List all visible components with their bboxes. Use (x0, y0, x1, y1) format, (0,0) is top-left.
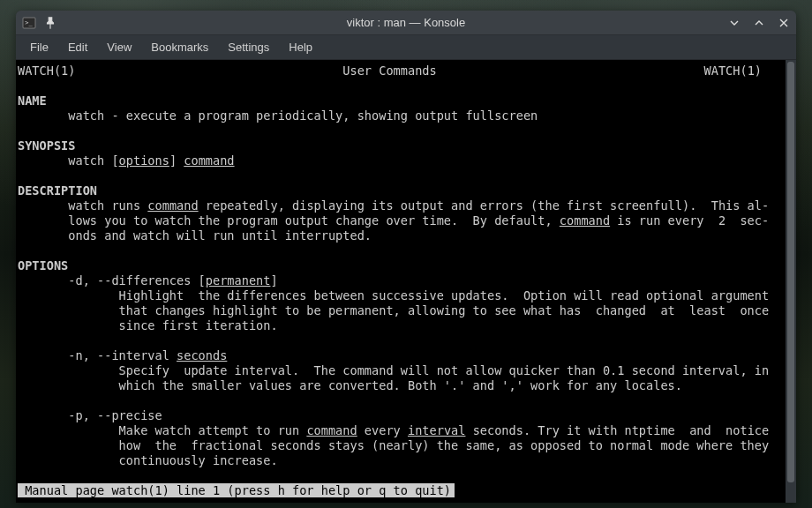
app-icon: >_ (21, 15, 37, 31)
syn-lb: [ (111, 153, 118, 168)
man-status-line: Manual page watch(1) line 1 (press h for… (18, 483, 455, 497)
pin-icon[interactable] (42, 15, 58, 31)
opt-d-rb: ] (270, 273, 277, 288)
section-description: DESCRIPTION (18, 183, 97, 198)
titlebar-controls (727, 16, 791, 30)
opt-p-l1c: seconds. Try it with ntptime and notice (465, 423, 769, 437)
opt-d-l3: since first iteration. (119, 318, 278, 332)
syn-rb: ] (169, 153, 177, 168)
menu-edit[interactable]: Edit (59, 37, 96, 57)
desc-l2b: is run every 2 sec- (610, 213, 769, 228)
desc-l3: onds and watch will run until interrupte… (68, 228, 372, 243)
menu-view[interactable]: View (98, 37, 140, 57)
opt-p-flag: -p, --precise (68, 408, 162, 422)
minimize-icon[interactable] (727, 16, 741, 30)
maximize-icon[interactable] (752, 16, 766, 30)
man-header-center: User Commands (342, 64, 436, 78)
menu-help[interactable]: Help (280, 37, 321, 57)
opt-n-flag: -n, --interval (68, 348, 177, 362)
opt-d-perm: permanent (206, 273, 271, 288)
desc-l1a: watch runs (68, 198, 147, 213)
desc-l1b: repeatedly, displaying its output and er… (199, 198, 770, 213)
opt-p-l2: how the fractional seconds stays (nearly… (119, 438, 770, 452)
menu-settings[interactable]: Settings (219, 37, 278, 57)
opt-d-l2: that changes highlight to be permanent, … (119, 303, 770, 318)
opt-p-l3: continuously increase. (119, 453, 278, 467)
menubar: File Edit View Bookmarks Settings Help (16, 35, 796, 60)
opt-p-l1a: Make watch attempt to run (119, 423, 307, 437)
man-header-right: WATCH(1) (704, 64, 762, 78)
svg-text:>_: >_ (25, 19, 33, 26)
close-icon[interactable] (777, 16, 791, 30)
scroll-thumb[interactable] (787, 62, 794, 482)
titlebar[interactable]: >_ viktor : man — Konsole (16, 11, 796, 35)
window-title: viktor : man — Konsole (16, 16, 796, 29)
man-header-left: WATCH(1) (18, 64, 75, 78)
desc-l2a: lows you to watch the program output cha… (68, 213, 560, 228)
titlebar-left: >_ (21, 15, 58, 31)
opt-n-sec: seconds (177, 348, 227, 362)
menu-bookmarks[interactable]: Bookmarks (142, 37, 217, 57)
section-options: OPTIONS (18, 258, 68, 273)
scrollbar[interactable] (786, 60, 796, 503)
opt-d-l1: Highlight the differences between succes… (119, 288, 770, 303)
name-line: watch - execute a program periodically, … (68, 108, 538, 123)
desc-cmd1: command (147, 198, 198, 213)
opt-n-l2: which the smaller values are converted. … (119, 378, 682, 392)
terminal-content[interactable]: WATCH(1) User Commands WATCH(1) NAME wat… (16, 60, 786, 503)
terminal[interactable]: WATCH(1) User Commands WATCH(1) NAME wat… (16, 60, 796, 503)
konsole-window: >_ viktor : man — Konsole File Edit View… (16, 11, 796, 503)
opt-d-flag: -d, --differences [ (68, 273, 206, 288)
syn-options: options (119, 153, 169, 168)
desc-cmd2: command (560, 213, 610, 228)
opt-p-int: interval (408, 423, 465, 437)
menu-file[interactable]: File (21, 37, 57, 57)
opt-n-l1: Specify update interval. The command wil… (119, 363, 770, 377)
opt-p-cmd: command (306, 423, 357, 437)
section-name: NAME (18, 93, 47, 108)
section-synopsis: SYNOPSIS (18, 138, 75, 153)
opt-p-l1b: every (357, 423, 408, 437)
syn-watch: watch (68, 153, 104, 168)
syn-command: command (184, 153, 234, 168)
